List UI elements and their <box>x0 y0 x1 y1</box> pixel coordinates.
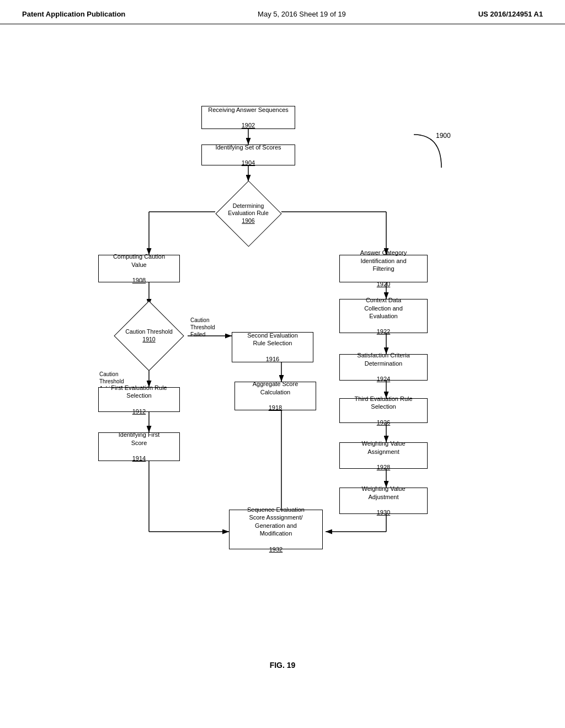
node-1916-label: Second EvaluationRule Selection <box>247 331 298 347</box>
node-1928-label: Weighting ValueAssignment <box>361 440 405 456</box>
node-1924: Satisfaction CriteriaDetermination 1924 <box>339 354 428 381</box>
node-1910: Caution Threshold 1910 <box>108 303 190 369</box>
node-1904-number: 1904 <box>242 159 255 167</box>
node-1932-label: Sequence EvaluationScore Asssignment/Gen… <box>247 506 305 537</box>
node-1928-number: 1928 <box>377 463 390 471</box>
header-patent-number: US 2016/124951 A1 <box>478 10 543 18</box>
node-1912: First Evaluation RuleSelection 1912 <box>98 387 180 412</box>
node-1926: Third Evaluation RuleSelection 1926 <box>339 398 428 423</box>
node-1918-number: 1918 <box>269 404 282 411</box>
node-1928: Weighting ValueAssignment 1928 <box>339 442 428 469</box>
node-1924-number: 1924 <box>377 375 390 383</box>
node-1912-number: 1912 <box>132 408 146 415</box>
node-1926-label: Third Evaluation RuleSelection <box>354 395 412 411</box>
node-1912-label: First Evaluation RuleSelection <box>111 384 167 400</box>
node-1910-number: 1910 <box>142 336 155 342</box>
flowchart-diagram: 1900 Receiving Answer Sequences 1902 Ide… <box>0 24 565 686</box>
node-1922: Context DataCollection andEvaluation 192… <box>339 299 428 333</box>
node-1902-label: Receiving Answer Sequences <box>208 106 289 114</box>
node-1920: Answer CategoryIdentification andFilteri… <box>339 255 428 282</box>
node-1908: Computing CautionValue 1908 <box>98 255 180 282</box>
node-1906-number: 1906 <box>242 217 254 224</box>
node-1922-label: Context DataCollection andEvaluation <box>364 296 403 320</box>
node-1906: DeterminingEvaluation Rule 1906 <box>215 180 281 247</box>
node-1930-number: 1930 <box>377 508 390 516</box>
node-1918: Aggregate ScoreCalculation 1918 <box>234 382 316 410</box>
header-publication-type: Patent Application Publication <box>22 10 125 18</box>
node-1902: Receiving Answer Sequences 1902 <box>201 106 295 129</box>
node-1916: Second EvaluationRule Selection 1916 <box>232 332 313 362</box>
node-1914-label: Identifying FirstScore <box>119 431 160 447</box>
node-1902-number: 1902 <box>242 121 255 129</box>
node-1904: Identifying Set of Scores 1904 <box>201 144 295 165</box>
node-1904-label: Identifying Set of Scores <box>215 143 281 151</box>
node-1926-number: 1926 <box>377 419 390 426</box>
header-date-sheet: May 5, 2016 Sheet 19 of 19 <box>258 10 346 18</box>
caution-failed-label: CautionThresholdFailed <box>190 317 215 338</box>
node-1924-label: Satisfaction CriteriaDetermination <box>357 351 409 367</box>
node-1930-label: Weighting ValueAdjustment <box>361 485 405 501</box>
node-1918-label: Aggregate ScoreCalculation <box>253 380 299 396</box>
node-1908-label: Computing CautionValue <box>113 253 165 269</box>
node-1930: Weighting ValueAdjustment 1930 <box>339 488 428 514</box>
page-header: Patent Application Publication May 5, 20… <box>0 0 565 24</box>
node-1914-number: 1914 <box>132 454 146 462</box>
node-1932-number: 1932 <box>269 545 282 553</box>
node-1916-number: 1916 <box>266 355 279 363</box>
node-1910-label: Caution Threshold <box>125 328 173 335</box>
node-1914: Identifying FirstScore 1914 <box>98 432 180 461</box>
node-1920-label: Answer CategoryIdentification andFilteri… <box>360 249 407 272</box>
node-1932: Sequence EvaluationScore Asssignment/Gen… <box>229 510 323 549</box>
node-1908-number: 1908 <box>132 276 146 284</box>
node-1922-number: 1922 <box>377 328 390 335</box>
figure-label: FIG. 19 <box>0 661 565 670</box>
node-1920-number: 1920 <box>377 280 390 288</box>
node-1906-label: DeterminingEvaluation Rule <box>228 202 269 217</box>
figure-ref-1900: 1900 <box>436 132 451 140</box>
